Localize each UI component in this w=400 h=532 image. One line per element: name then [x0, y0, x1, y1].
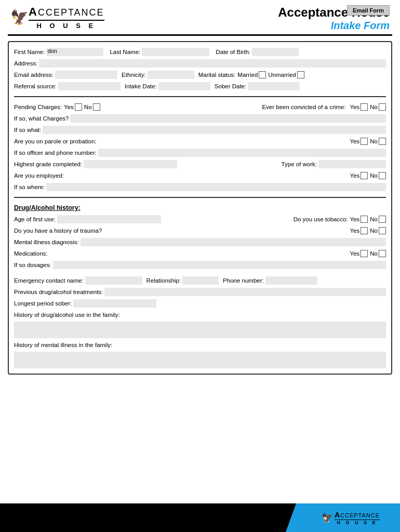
meds-no-label: No [370, 250, 378, 257]
row-age-tobacco: Age of first use: Do you use tobacco: Ye… [14, 214, 386, 225]
footer-blue-area: 🦅 ACCEPTANCE H O U S E [286, 503, 400, 532]
phone-field[interactable] [265, 276, 317, 285]
family-history-label: History of drug/alcohol use in the famil… [14, 312, 120, 318]
first-name-field[interactable]: don [46, 48, 103, 56]
pending-yes-checkbox[interactable] [75, 103, 82, 111]
section-divider-1 [14, 96, 386, 97]
phone-label: Phone number: [223, 277, 264, 284]
prev-treatment-field[interactable] [104, 288, 386, 296]
header: 🦅 ACCEPTANCE H O U S E Acceptance House … [0, 0, 400, 34]
trauma-yes-label: Yes [350, 228, 360, 234]
trauma-no-checkbox[interactable] [379, 227, 386, 234]
unmarried-label: Unmarried [268, 72, 296, 78]
dob-label: Date of Birth: [216, 49, 250, 55]
trauma-label: Do you have a history of trauma? [14, 228, 102, 234]
mental-field[interactable] [81, 238, 386, 246]
pending-label: Pending Charges: [14, 104, 62, 110]
logo-acceptance: ACCEPTANCE [29, 5, 104, 19]
footer-cceptance: CCEPTANCE [340, 512, 380, 518]
meds-yes-checkbox[interactable] [361, 250, 368, 257]
row-dosages: If so dosages: [14, 259, 386, 271]
convicted-label: Ever been convicted of a crime: [262, 104, 345, 110]
longest-sober-label: Longest period sober: [14, 300, 72, 307]
marital-label: Marital status: [198, 72, 236, 78]
meds-no-checkbox[interactable] [379, 250, 386, 257]
age-label: Age of first use: [14, 216, 56, 222]
logo-text: ACCEPTANCE H O U S E [29, 5, 104, 30]
row-mental-family-field [14, 351, 386, 369]
mental-label: Mental illness diagnosis: [14, 239, 79, 245]
longest-sober-field[interactable] [73, 299, 156, 308]
row-parole: Are you on parole or probation: Yes No [14, 136, 386, 147]
title-sub: Intake Form [278, 20, 390, 32]
work-type-label: Type of work: [282, 161, 317, 167]
email-field[interactable] [55, 71, 117, 79]
row-emergency: Emergency contact name: Relationship: Ph… [14, 275, 386, 286]
email-label: Email address: [14, 72, 54, 78]
sober-label: Sober Date: [215, 83, 246, 89]
row-address: Address: [14, 58, 386, 69]
employed-yes-checkbox[interactable] [361, 172, 368, 179]
if-where-label: If so where: [14, 184, 45, 190]
email-form-button[interactable]: Email Form [347, 5, 390, 16]
row-officer: If so officer and phone number: [14, 147, 386, 158]
tobacco-yes-checkbox[interactable] [361, 216, 368, 223]
grade-field[interactable] [84, 160, 177, 168]
referral-field[interactable] [58, 82, 121, 90]
convicted-no-checkbox[interactable] [379, 103, 386, 111]
dosages-label: If so dosages: [14, 262, 51, 268]
pending-yes-label: Yes [64, 104, 74, 110]
convicted-yes-label: Yes [350, 104, 360, 110]
relationship-field[interactable] [182, 276, 219, 285]
if-where-field[interactable] [46, 183, 386, 191]
sober-field[interactable] [248, 82, 300, 90]
row-if-where: If so where: [14, 181, 386, 193]
footer-logo-icon: 🦅 [322, 512, 333, 524]
if-what-field[interactable] [43, 126, 386, 134]
unmarried-checkbox[interactable] [297, 71, 304, 78]
intake-field[interactable] [158, 82, 210, 90]
ethnicity-field[interactable] [148, 71, 194, 79]
section-divider-2 [14, 197, 386, 198]
prev-treatment-label: Previous drug/alcohol treatments: [14, 289, 103, 295]
convicted-yes-checkbox[interactable] [361, 103, 368, 111]
row-family-drug-field [14, 321, 386, 339]
trauma-yes-checkbox[interactable] [361, 227, 368, 234]
first-name-label: First Name: [14, 49, 45, 55]
logo-cceptance: CCEPTANCE [38, 7, 104, 18]
family-history-field[interactable] [14, 322, 386, 338]
age-field[interactable] [57, 215, 161, 223]
parole-yes-label: Yes [350, 138, 360, 144]
row-if-what: If so what: [14, 124, 386, 136]
tobacco-no-checkbox[interactable] [379, 216, 386, 223]
row-meds: Medications: Yes No [14, 248, 386, 259]
logo-house-text: H O U S E [29, 20, 104, 30]
dosages-field[interactable] [53, 261, 386, 269]
work-type-field[interactable] [318, 160, 386, 168]
row-longest-sober: Longest period sober: [14, 298, 386, 309]
row-grade-work: Highest grade completed: Type of work: [14, 158, 386, 170]
if-charges-label: If so, what Charges? [14, 115, 69, 122]
married-checkbox[interactable] [259, 71, 266, 78]
dob-field[interactable] [252, 48, 299, 56]
parole-yes-checkbox[interactable] [361, 138, 368, 145]
row-mental-family-label: History of mental illness in the family: [14, 339, 386, 351]
relationship-label: Relationship: [146, 277, 181, 284]
employed-yes-label: Yes [350, 172, 360, 179]
parole-no-checkbox[interactable] [379, 138, 386, 145]
officer-field[interactable] [98, 149, 386, 157]
employed-no-checkbox[interactable] [379, 172, 386, 179]
parole-no-label: No [370, 138, 378, 144]
row-employed: Are you employed: Yes No [14, 170, 386, 181]
if-charges-field[interactable] [70, 114, 386, 123]
tobacco-no-label: No [370, 216, 378, 222]
emergency-name-field[interactable] [85, 276, 142, 285]
parole-label: Are you on parole or probation: [14, 138, 97, 144]
tobacco-yes-label: Yes [350, 216, 360, 222]
row-mental: Mental illness diagnosis: [14, 236, 386, 248]
officer-label: If so officer and phone number: [14, 150, 97, 156]
mental-family-field[interactable] [14, 352, 386, 368]
last-name-field[interactable] [142, 48, 209, 56]
pending-no-checkbox[interactable] [93, 103, 100, 111]
address-field[interactable] [39, 59, 386, 68]
